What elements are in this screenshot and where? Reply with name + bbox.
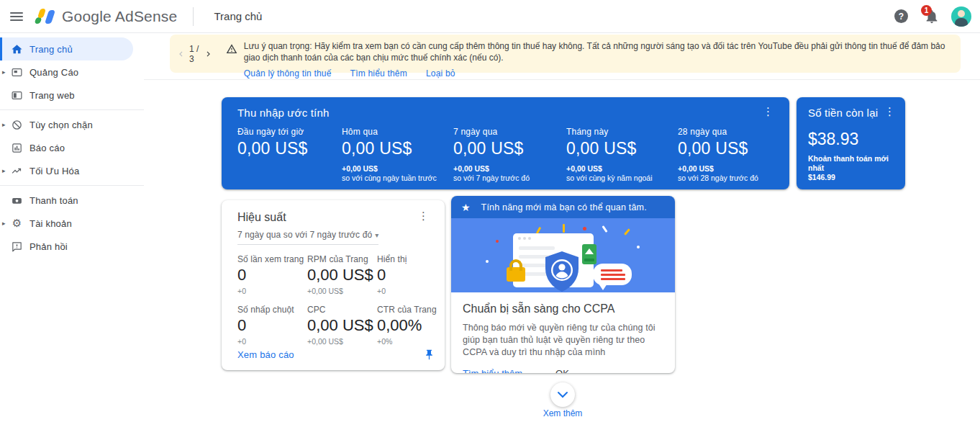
learn-more-link[interactable]: Tìm hiểu thêm: [350, 68, 407, 79]
earnings-column-today: Đầu ngày tới giờ 0,00 US$: [237, 127, 342, 182]
pin-icon[interactable]: [424, 349, 435, 361]
app-header: Google AdSense Trang chủ ? 1: [0, 0, 980, 33]
brand-name: Google AdSense: [62, 8, 177, 25]
sidebar-divider: [0, 185, 144, 186]
header-divider: [193, 7, 194, 26]
dismiss-link[interactable]: Loại bỏ: [426, 68, 455, 79]
promo-body-text: Thông báo mới về quyền riêng tư của chún…: [463, 322, 663, 359]
sidebar-item-label: Trang web: [30, 90, 75, 101]
metric-page-rpm: RPM của Trang 0,00 US$ +0,00 US$: [307, 254, 377, 295]
performance-card-menu-icon[interactable]: ⋮: [415, 211, 432, 222]
sidebar-item-label: Tài khoản: [30, 218, 72, 229]
sidebar-item-reports[interactable]: Báo cáo: [0, 136, 133, 159]
sidebar-item-home[interactable]: Trang chủ: [0, 37, 133, 60]
chevron-down-icon: [557, 391, 568, 398]
reports-icon: [11, 142, 23, 154]
sidebar-item-label: Thanh toán: [30, 195, 78, 206]
optimization-icon: [11, 165, 23, 177]
performance-card: Hiệu suất ⋮ 7 ngày qua so với 7 ngày trư…: [222, 200, 445, 370]
sidebar: Trang chủ ▸ Quảng Cáo Trang web ▸ Tùy ch…: [0, 33, 144, 435]
earnings-column-yesterday: Hôm qua 0,00 US$ +0,00 US$ so với cùng n…: [342, 127, 453, 182]
metric-clicks: Số nhấp chuột 0 +0: [237, 305, 307, 346]
metrics-grid: Số lần xem trang 0 +0 RPM của Trang 0,00…: [237, 254, 432, 346]
promo-header: ★ Tính năng mới mà bạn có thể quan tâm.: [451, 196, 675, 218]
help-icon[interactable]: ?: [894, 9, 908, 23]
sidebar-item-label: Quảng Cáo: [30, 67, 78, 78]
ccpa-promo-card: ★ Tính năng mới mà bạn có thể quan tâm. …: [451, 196, 675, 373]
banner-message: Lưu ý quan trọng: Hãy kiểm tra xem bạn c…: [244, 40, 961, 63]
sidebar-item-ads[interactable]: ▸ Quảng Cáo: [0, 60, 133, 84]
promo-header-text: Tính năng mới mà bạn có thể quan tâm.: [481, 202, 647, 212]
privacy-illustration: [451, 218, 675, 292]
notifications-bell-icon[interactable]: 1: [924, 9, 940, 24]
sidebar-item-label: Trang chủ: [30, 44, 73, 55]
expand-caret-icon[interactable]: ▸: [2, 121, 6, 128]
promo-title: Chuẩn bị sẵn sàng cho CCPA: [463, 302, 663, 315]
sidebar-item-label: Phản hồi: [30, 241, 68, 252]
sidebar-item-payments[interactable]: Thanh toán: [0, 189, 133, 212]
prev-banner-icon[interactable]: [179, 50, 183, 58]
expand-caret-icon[interactable]: ▸: [2, 68, 6, 76]
next-banner-icon[interactable]: [207, 50, 210, 58]
home-icon: [11, 43, 23, 55]
metric-page-ctr: CTR của Trang 0,00% +0%: [377, 305, 437, 346]
sidebar-item-label: Báo cáo: [30, 143, 65, 153]
metric-pageviews: Số lần xem trang 0 +0: [237, 254, 307, 295]
lock-icon: [507, 267, 525, 282]
earnings-column-28days: 28 ngày qua 0,00 US$ +0,00 US$ so với 28…: [678, 127, 758, 182]
show-more-label[interactable]: Xem thêm: [509, 408, 617, 418]
sidebar-item-label: Tối Ưu Hóa: [30, 166, 79, 176]
sidebar-item-optimization[interactable]: ▸ Tối Ưu Hóa: [0, 159, 133, 182]
balance-card: Số tiền còn lại ⋮ $38.93 Khoản thanh toá…: [797, 97, 905, 189]
expand-caret-icon[interactable]: ▸: [2, 220, 6, 227]
earnings-card-menu-icon[interactable]: ⋮: [760, 107, 776, 117]
menu-icon[interactable]: [10, 12, 23, 21]
payments-icon: [11, 194, 23, 207]
promo-ok-button[interactable]: OK: [555, 368, 569, 373]
view-report-link[interactable]: Xem báo cáo: [237, 349, 294, 360]
estimated-earnings-card: Thu nhập ước tính ⋮ Đầu ngày tới giờ 0,0…: [222, 97, 789, 189]
balance-card-menu-icon[interactable]: ⋮: [881, 107, 898, 117]
sidebar-item-account[interactable]: ▸ ⚙ Tài khoản: [0, 212, 133, 235]
performance-card-title: Hiệu suất: [237, 211, 286, 224]
content-divider: [144, 79, 980, 80]
page-title: Trang chủ: [214, 10, 262, 22]
user-avatar[interactable]: [951, 6, 971, 27]
block-icon: [11, 119, 23, 131]
sidebar-item-feedback[interactable]: Phản hồi: [0, 235, 133, 258]
show-more-button[interactable]: [550, 382, 575, 407]
expand-caret-icon[interactable]: ▸: [2, 167, 6, 174]
metric-cpc: CPC 0,00 US$ +0,00 US$: [307, 305, 377, 346]
balance-amount: $38.93: [808, 130, 898, 149]
last-payment-label: Khoản thanh toán mới nhất: [808, 154, 898, 173]
manage-tax-info-link[interactable]: Quản lý thông tin thuế: [244, 68, 332, 79]
sites-icon: [11, 89, 23, 102]
account-settings-gear-icon: ⚙: [11, 218, 23, 230]
notification-badge: 1: [921, 5, 932, 16]
balance-card-title: Số tiền còn lại: [808, 107, 878, 119]
sidebar-divider: [0, 109, 144, 110]
tax-notice-banner: 1 / 3 Lưu ý quan trọng: Hãy kiểm tra xem…: [170, 35, 961, 73]
promo-learn-more-link[interactable]: Tìm hiểu thêm: [463, 368, 522, 373]
metric-impressions: Hiển thị 0 +0: [377, 254, 437, 295]
sidebar-item-sites[interactable]: Trang web: [0, 84, 133, 107]
sidebar-item-label: Tùy chọn chặn: [30, 120, 93, 130]
ads-icon: [11, 66, 23, 79]
banner-page-indicator: 1 / 3: [189, 44, 200, 64]
adsense-logo-icon: [35, 7, 56, 26]
star-icon: ★: [461, 202, 471, 213]
dropdown-arrow-icon: ▾: [375, 231, 378, 239]
earnings-column-month: Tháng này 0,00 US$ +0,00 US$ so với cùng…: [566, 127, 678, 182]
image-card-illustration: [582, 244, 596, 264]
period-selector[interactable]: 7 ngày qua so với 7 ngày trước đó▾: [237, 230, 378, 245]
feedback-icon: [11, 241, 23, 253]
chat-bubble-illustration: [593, 264, 632, 285]
shield-user-icon: [543, 251, 581, 292]
sidebar-item-blocking[interactable]: ▸ Tùy chọn chặn: [0, 113, 133, 136]
earnings-card-title: Thu nhập ước tính: [237, 107, 330, 119]
warning-icon: [226, 43, 237, 73]
earnings-column-7days: 7 ngày qua 0,00 US$ +0,00 US$ so với 7 n…: [453, 127, 566, 182]
banner-pager: 1 / 3: [179, 35, 210, 73]
last-payment-amount: $146.99: [808, 173, 898, 182]
